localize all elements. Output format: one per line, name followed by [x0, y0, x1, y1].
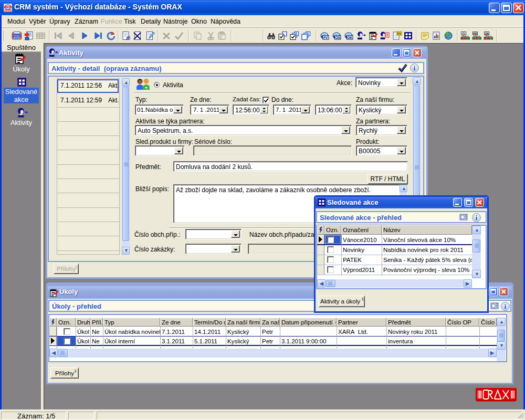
- svg-text:OK: OK: [347, 36, 352, 39]
- svg-text:ORAX: ORAX: [5, 6, 11, 8]
- svg-text:OS: OS: [335, 36, 340, 39]
- svg-text:FV: FV: [323, 36, 328, 39]
- svg-text:2N: 2N: [485, 32, 488, 35]
- svg-text:PR: PR: [473, 32, 477, 35]
- svg-text:FV: FV: [397, 32, 401, 35]
- svg-text:FI: FI: [463, 32, 465, 35]
